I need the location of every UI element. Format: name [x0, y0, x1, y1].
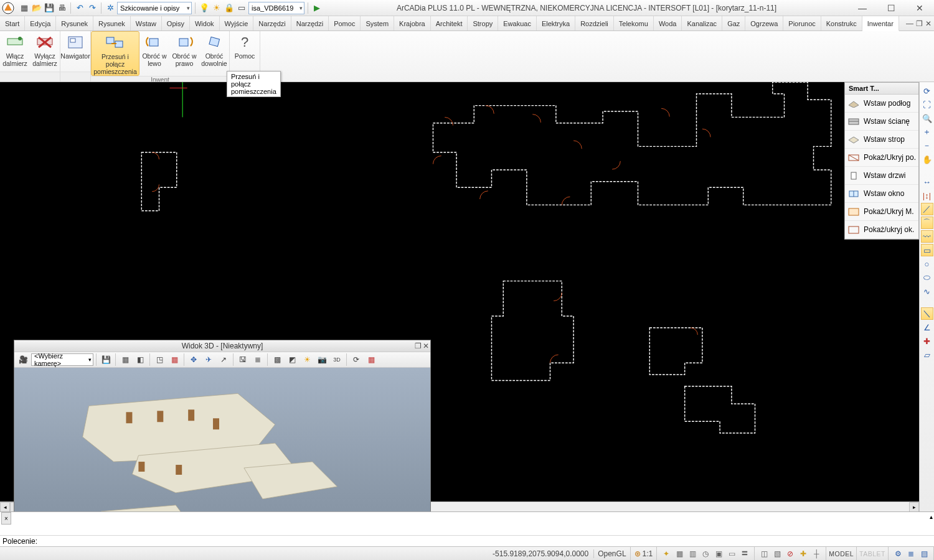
tab-narzedzi[interactable]: Narzędzi	[253, 16, 291, 30]
rt-spline-icon[interactable]: ∿	[921, 285, 933, 297]
qat-print-icon[interactable]: 🖶	[56, 2, 67, 14]
tab-kanalizac[interactable]: Kanalizac	[682, 16, 722, 30]
tab-stropy[interactable]: Stropy	[468, 16, 498, 30]
mdi-minimize-icon[interactable]: —	[906, 19, 913, 28]
rt-dim-v-icon[interactable]: |↕|	[921, 189, 933, 202]
tab-gaz[interactable]: Gaz	[722, 16, 745, 30]
tab-telekomu[interactable]: Telekomu	[614, 16, 654, 30]
tab-krajobra[interactable]: Krajobra	[394, 16, 431, 30]
scroll-left-icon[interactable]: ◂	[0, 502, 10, 512]
v3d-save2-icon[interactable]: 🖫	[236, 353, 250, 366]
cmd-scroll-up-icon[interactable]: ▴	[930, 513, 933, 520]
sb-polar-icon[interactable]: ◷	[700, 548, 711, 559]
rt-zoom-extents-icon[interactable]: ⛶	[921, 98, 933, 111]
minimize-button[interactable]: —	[848, 0, 877, 16]
rt-refresh-icon[interactable]: ⟳	[921, 85, 933, 97]
tab-wyjscie[interactable]: Wyjście	[220, 16, 254, 30]
3d-close-icon[interactable]: ✕	[423, 342, 429, 350]
btn-przesun-polacz[interactable]: Przesuń i połącz pomieszczenia	[91, 31, 139, 76]
tab-rozdzieli[interactable]: Rozdzieli	[575, 16, 614, 30]
v3d-camera-combo[interactable]: <Wybierz kamerę>	[31, 353, 93, 366]
tab-start[interactable]: Start	[0, 16, 25, 30]
smart-wstaw-drzwi[interactable]: Wstaw drzwi	[845, 167, 918, 185]
scroll-right-icon[interactable]: ▸	[909, 502, 919, 512]
qat-redo-icon[interactable]: ↷	[87, 2, 98, 14]
sb-gear-icon[interactable]: ⚙	[892, 548, 903, 559]
smart-wstaw-strop[interactable]: Wstaw strop	[845, 131, 918, 149]
btn-obroc-lewo[interactable]: Obróć w lewo	[139, 31, 169, 76]
rt-zoom-out-icon[interactable]: －	[921, 139, 933, 152]
v3d-close2-icon[interactable]: ▦	[364, 353, 378, 366]
smart-wstaw-sciane[interactable]: Wstaw ścianę	[845, 113, 918, 131]
qat-bulb-icon[interactable]: 💡	[199, 2, 210, 14]
sketch-combo[interactable]: Szkicowanie i opisy	[117, 2, 192, 14]
maximize-button[interactable]: ☐	[877, 0, 905, 16]
mdi-restore-icon[interactable]: ❐	[916, 19, 923, 28]
close-button[interactable]: ✕	[905, 0, 934, 16]
btn-wylacz-dalmierz[interactable]: Wyłącz dalmierz	[30, 31, 60, 72]
3d-restore-icon[interactable]: ❐	[415, 342, 422, 350]
sb-cross-icon[interactable]: ┼	[811, 548, 822, 559]
rt-ellipse-icon[interactable]: ⬭	[921, 271, 933, 284]
layer-combo[interactable]: isa_VDB6619	[248, 2, 304, 14]
v3d-view1-icon[interactable]: ▦	[118, 353, 132, 366]
3d-viewport[interactable]	[14, 368, 430, 511]
tab-rysunek[interactable]: Rysunek	[56, 16, 93, 30]
btn-wlacz-dalmierz[interactable]: Włącz dalmierz	[0, 31, 30, 72]
qat-open-icon[interactable]: 📂	[31, 2, 42, 14]
sb-snap-icon[interactable]: ✦	[661, 548, 672, 559]
qat-new-icon[interactable]: ▦	[19, 2, 30, 14]
tab-konstrukc[interactable]: Konstrukc	[821, 16, 862, 30]
sb-track-icon[interactable]: ▭	[726, 548, 737, 559]
sb-grid-icon[interactable]: ▦	[674, 548, 685, 559]
rt-line-icon[interactable]: ／	[921, 203, 933, 215]
tab-system[interactable]: System	[361, 16, 394, 30]
tab-pomoc[interactable]: Pomoc	[329, 16, 361, 30]
sb-lwt-icon[interactable]: 〓	[739, 548, 750, 559]
3d-view-title[interactable]: Widok 3D - [Nieaktywny] ❐✕	[14, 340, 430, 352]
qat-save-icon[interactable]: 💾	[44, 2, 55, 14]
drawing-area[interactable]: Smart T... Wstaw podłog Wstaw ścianę Wst…	[0, 82, 934, 511]
scale-segment[interactable]: ⊛1:1	[631, 547, 658, 560]
sb-layer2-icon[interactable]: ▧	[771, 548, 783, 559]
v3d-camera-icon[interactable]: 🎥	[16, 353, 30, 366]
tablet-toggle[interactable]: TABLET	[857, 547, 889, 560]
smart-pokaz-ukryj-ok[interactable]: Pokaż/ukryj ok.	[845, 221, 918, 239]
v3d-persp-icon[interactable]: ◳	[153, 353, 166, 366]
tab-wstaw[interactable]: Wstaw	[131, 16, 162, 30]
sb-info-icon[interactable]: ✚	[798, 548, 809, 559]
sb-ortho-icon[interactable]: ▥	[687, 548, 698, 559]
v3d-sun-icon[interactable]: ☀	[300, 353, 314, 366]
v3d-layers-icon[interactable]: ≣	[251, 353, 265, 366]
tab-inwentar[interactable]: Inwentar	[862, 16, 899, 31]
sb-stop-icon[interactable]: ⊘	[785, 548, 796, 559]
sb-layers-icon[interactable]: ≣	[905, 548, 917, 559]
smart-wstaw-okno[interactable]: Wstaw okno	[845, 185, 918, 203]
v3d-save-icon[interactable]: 💾	[99, 353, 113, 366]
rt-zoom-win-icon[interactable]: 🔍	[921, 112, 933, 124]
tab-narzedzi2[interactable]: Narzędzi	[291, 16, 329, 30]
btn-pomoc[interactable]: ? Pomoc	[230, 31, 260, 72]
tab-ewakuac[interactable]: Ewakuac	[498, 16, 537, 30]
tab-widok[interactable]: Widok	[190, 16, 220, 30]
tab-architekt[interactable]: Architekt	[431, 16, 468, 30]
command-history[interactable]: × ▴	[0, 512, 934, 535]
mdi-close-icon[interactable]: ✕	[925, 19, 932, 28]
qat-undo-icon[interactable]: ↶	[74, 2, 85, 14]
rt-circle-icon[interactable]: ○	[921, 258, 933, 270]
tab-piorunoc[interactable]: Piorunoc	[783, 16, 821, 30]
rt-angle-icon[interactable]: ∠	[921, 321, 933, 334]
command-line[interactable]: Polecenie:	[0, 535, 934, 546]
v3d-3d-icon[interactable]: 3D	[330, 353, 344, 366]
rt-arc-icon[interactable]: ⌒	[921, 217, 933, 229]
v3d-fly-icon[interactable]: ✈	[202, 353, 215, 366]
sb-osnap-icon[interactable]: ▣	[713, 548, 724, 559]
smart-wstaw-podloge[interactable]: Wstaw podłog	[845, 95, 918, 113]
tab-edycja[interactable]: Edycja	[25, 16, 56, 30]
v3d-refresh-icon[interactable]: ⟳	[349, 353, 363, 366]
engine-segment[interactable]: OpenGL	[594, 547, 630, 560]
3d-view-window[interactable]: Widok 3D - [Nieaktywny] ❐✕ 🎥 <Wybierz ka…	[14, 340, 431, 511]
rt-zoom-in-icon[interactable]: ＋	[921, 126, 933, 138]
v3d-view2-icon[interactable]: ◧	[133, 353, 147, 366]
qat-sun-icon[interactable]: ☀	[211, 2, 222, 14]
